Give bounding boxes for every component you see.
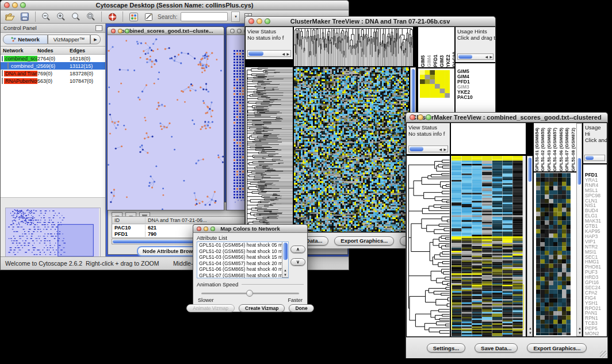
- column-label[interactable]: GPL51-07 (GSM868): [564, 128, 570, 171]
- scrollbar-thumb[interactable]: [410, 147, 423, 151]
- attribute-list-item[interactable]: GPL51-01 (GSM854) heat shock 05 min: [197, 242, 288, 248]
- arrow-down-icon[interactable]: ▼: [529, 331, 532, 335]
- treeview2-zoom-panel[interactable]: [534, 173, 576, 336]
- treeview2-row-dendrogram[interactable]: [407, 156, 450, 336]
- window-controls[interactable]: [4, 2, 26, 8]
- attribute-list-item[interactable]: GPL51-07 (GSM868) heat shock 60 min: [197, 273, 288, 279]
- treeview1-column-dendrogram[interactable]: [294, 27, 413, 66]
- animation-speed-slider-thumb[interactable]: [246, 290, 253, 297]
- network-table-row[interactable]: combined_sco 2569(6) 13112(15): [1, 62, 105, 70]
- treeview-action-button[interactable]: Settings...: [427, 343, 465, 352]
- network-table-row[interactable]: RNAPuberNov2+ 563(0) 107847(0): [1, 77, 105, 85]
- float-panel-icon[interactable]: [95, 25, 102, 31]
- network-table-row[interactable]: DNA and Tran 07 769(0) 183728(0): [1, 70, 105, 77]
- open-session-button[interactable]: [4, 12, 16, 22]
- zoom-fit-button[interactable]: [70, 12, 82, 22]
- scrollbar-thumb[interactable]: [283, 243, 288, 260]
- scrollbar-thumb[interactable]: [577, 158, 581, 185]
- move-down-button[interactable]: ∨: [290, 258, 305, 266]
- move-up-button[interactable]: ∧: [290, 246, 305, 253]
- treeview2-title-bar[interactable]: ClusterMaker TreeView : combined_scores_…: [406, 112, 608, 122]
- scrollbar-thumb[interactable]: [586, 156, 594, 160]
- tab-vizmapper[interactable]: VizMapper™: [48, 35, 90, 44]
- close-button[interactable]: [111, 29, 116, 33]
- done-button[interactable]: Done: [289, 304, 313, 312]
- arrow-up-icon[interactable]: ▲: [529, 327, 532, 330]
- usage-hints-scrollbar[interactable]: [584, 155, 605, 161]
- minimize-button[interactable]: [237, 29, 242, 33]
- arrow-up-icon[interactable]: ▲: [284, 269, 287, 272]
- treeview-action-button[interactable]: Export Graphics...: [334, 236, 394, 246]
- usage-hints-scrollbar[interactable]: ◀ ▶: [457, 53, 494, 60]
- network-window1-title-bar[interactable]: combined_scores_good.txt--cluste...: [107, 26, 224, 35]
- resize-grip[interactable]: [600, 351, 607, 358]
- arrow-right-icon[interactable]: ▶: [489, 55, 492, 59]
- node-attribute-browser-button[interactable]: Node Attribute Brows: [137, 246, 201, 256]
- tab-network[interactable]: Network: [3, 35, 48, 44]
- tab-overflow-button[interactable]: ▶: [90, 35, 101, 44]
- animate-vizmap-button[interactable]: Animate Vizmap: [186, 304, 235, 312]
- treeview1-heatmap[interactable]: [294, 67, 409, 232]
- column-label[interactable]: PFD1: [433, 55, 438, 67]
- scrollbar-thumb[interactable]: [458, 55, 472, 59]
- similarity-matrix-canvas[interactable]: [420, 70, 450, 98]
- attribute-list-item[interactable]: GPL51-04 (GSM857) heat shock 20 min: [197, 260, 288, 267]
- zoom-selected-button[interactable]: [85, 12, 97, 22]
- attribute-list-scrollbar[interactable]: ▲ ▼: [282, 242, 288, 278]
- minimize-button[interactable]: [418, 114, 423, 120]
- minimize-button[interactable]: [257, 18, 262, 24]
- column-label[interactable]: PAC10: [452, 52, 454, 67]
- arrow-right-icon[interactable]: ▶: [443, 148, 446, 151]
- zoom-in-button[interactable]: [55, 12, 67, 22]
- attribute-list-item[interactable]: GPL51-06 (GSM865) heat shock 40 min: [197, 266, 288, 273]
- row-dendrogram-canvas[interactable]: [407, 156, 450, 336]
- create-vizmap-button[interactable]: Create Vizmap: [239, 304, 285, 312]
- minimize-button[interactable]: [118, 29, 123, 33]
- row-dendrogram-canvas[interactable]: [246, 67, 293, 232]
- gene-label[interactable]: MON2: [585, 331, 607, 336]
- search-dropdown-arrow[interactable]: ▼: [231, 12, 240, 22]
- view-status-scrollbar[interactable]: ◀ ▶: [408, 145, 448, 152]
- zoom-button[interactable]: [20, 2, 26, 8]
- col-id[interactable]: ID: [112, 217, 146, 223]
- window-controls[interactable]: [111, 29, 129, 33]
- gene-label[interactable]: PAC10: [457, 95, 495, 100]
- heatmap-canvas[interactable]: [294, 67, 409, 232]
- zoom-button[interactable]: [265, 18, 270, 24]
- annotation-icon[interactable]: [143, 12, 154, 22]
- arrow-down-icon[interactable]: ▼: [284, 273, 287, 277]
- column-label[interactable]: GIM3: [439, 55, 445, 67]
- column-label[interactable]: GPL51-04 (GSM857): [552, 128, 558, 171]
- treeview1-title-bar[interactable]: ClusterMaker TreeView : DNA and Tran 07-…: [244, 16, 496, 26]
- save-session-button[interactable]: [19, 12, 30, 22]
- treeview2-labels-scrollbar[interactable]: ▲ ▼: [576, 123, 582, 336]
- column-label[interactable]: GPL51-06 (GSM865): [559, 128, 564, 171]
- arrow-left-icon[interactable]: ◀: [439, 148, 442, 151]
- column-label[interactable]: GPL51-03 (GSM856): [546, 128, 552, 171]
- attribute-list[interactable]: GPL51-01 (GSM854) heat shock 05 minGPL51…: [197, 242, 289, 278]
- arrow-down-icon[interactable]: ▼: [578, 331, 582, 335]
- network-canvas-1[interactable]: [107, 35, 224, 210]
- zoom-button[interactable]: [211, 227, 215, 231]
- column-label[interactable]: GIM5: [420, 55, 426, 67]
- column-label[interactable]: GIM4: [426, 55, 432, 67]
- column-label[interactable]: YKE2: [445, 55, 451, 67]
- attribute-list-item[interactable]: GPL51-03 (GSM856) heat shock 15 min: [197, 254, 288, 260]
- treeview2-heatmap[interactable]: [451, 156, 526, 336]
- treeview1-row-dendrogram[interactable]: [246, 67, 293, 232]
- column-label[interactable]: GPL51-01 (GSM854): [534, 128, 540, 171]
- close-button[interactable]: [4, 2, 10, 8]
- window-controls[interactable]: [248, 18, 270, 24]
- zoom-button[interactable]: [426, 114, 431, 120]
- attribute-list-item[interactable]: GPL51-02 (GSM855) heat shock 10 min: [197, 248, 288, 255]
- scrollbar-thumb[interactable]: [528, 158, 531, 182]
- view-status-scrollbar[interactable]: ◀ ▶: [247, 50, 291, 57]
- column-label[interactable]: GPL51-02 (GSM855): [540, 128, 546, 171]
- col-nodes[interactable]: Nodes: [37, 48, 70, 53]
- search-input[interactable]: [181, 12, 228, 21]
- dialog-title-bar[interactable]: Map Colors to Network: [193, 224, 308, 233]
- network-table-row[interactable]: combined_scores 2764(0) 16218(0): [1, 55, 105, 62]
- zoom-heatmap-canvas[interactable]: [536, 173, 571, 335]
- window-controls[interactable]: [410, 114, 431, 120]
- zoom-out-button[interactable]: [40, 12, 52, 22]
